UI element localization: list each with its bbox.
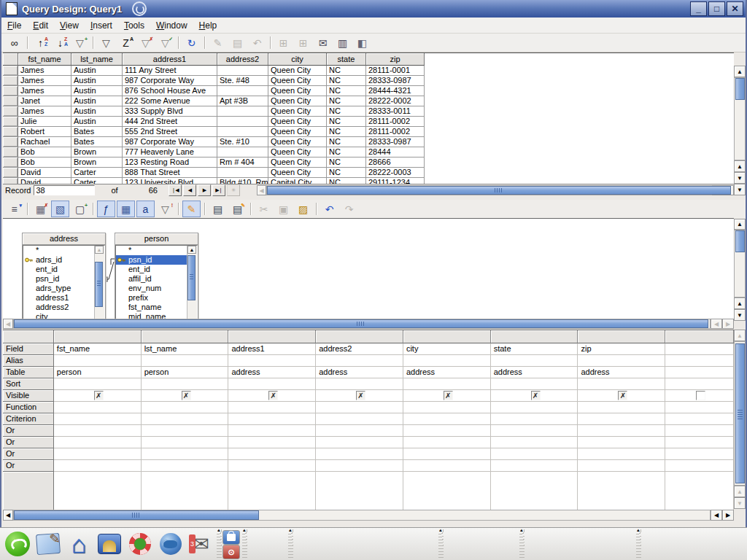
query-cell[interactable] — [403, 437, 491, 448]
query-cell[interactable] — [491, 437, 578, 448]
field-item-ent_id[interactable]: ent_id — [23, 265, 95, 274]
query-cell[interactable] — [54, 425, 142, 437]
standard-filter-button[interactable]: ▽ — [97, 34, 115, 51]
cell-address2[interactable] — [217, 117, 268, 127]
cell-fst_name[interactable]: Rachael — [18, 137, 71, 147]
cell-address1[interactable]: 876 School House Ave — [123, 86, 217, 96]
query-cell[interactable] — [316, 378, 403, 390]
query-cell[interactable] — [578, 437, 665, 448]
visible-checkbox[interactable]: ✗ — [268, 391, 278, 400]
visible-checkbox[interactable]: ✗ — [531, 391, 541, 400]
cell-state[interactable]: NC — [327, 158, 366, 168]
cell-fst_name[interactable]: Bob — [18, 147, 71, 158]
launcher-web-browser-button[interactable] — [157, 530, 185, 558]
query-column-header[interactable] — [54, 330, 142, 343]
cell-address1[interactable]: 987 Corporate Way — [123, 76, 217, 86]
cell-state[interactable]: NC — [327, 76, 366, 86]
cell-city[interactable]: Queen City — [268, 147, 327, 158]
field-item-address2[interactable]: address2 — [23, 303, 95, 312]
query-cell[interactable] — [54, 413, 142, 425]
prev-record-button[interactable]: ◀ — [183, 184, 196, 196]
column-header-city[interactable]: city — [268, 53, 327, 66]
cell-lst_name[interactable]: Brown — [71, 158, 123, 168]
query-column-header[interactable] — [142, 330, 229, 343]
cell-city[interactable]: Queen City — [268, 76, 327, 86]
query-cell[interactable] — [578, 402, 665, 413]
query-cell[interactable] — [665, 367, 734, 378]
query-cell[interactable] — [578, 460, 665, 472]
table-window-scrollbar[interactable]: ▲ — [187, 246, 197, 319]
cell-fst_name[interactable]: Bob — [18, 158, 71, 168]
column-header-zip[interactable]: zip — [366, 53, 425, 66]
scroll-up-button[interactable]: ▲ — [187, 246, 196, 254]
cell-city[interactable]: Queen City — [268, 168, 327, 178]
field-item-fst_name[interactable]: fst_name — [116, 303, 187, 312]
cell-city[interactable]: Queen City — [268, 117, 327, 127]
cell-zip[interactable]: 28222-0003 — [366, 168, 425, 178]
results-grid[interactable]: fst_namelst_nameaddress1address2citystat… — [3, 52, 734, 184]
query-cell[interactable] — [228, 355, 316, 367]
row-selector[interactable] — [3, 66, 18, 76]
cell-address2[interactable]: Ste. #10 — [217, 137, 268, 147]
switch-design-view-button[interactable]: ▧ — [51, 201, 69, 217]
design-hscroll-left2-button[interactable]: ◀ — [711, 319, 722, 329]
cell-lst_name[interactable]: Brown — [71, 147, 123, 158]
cell-zip[interactable]: 28666 — [366, 158, 425, 168]
row-label-or[interactable]: Or — [3, 460, 54, 472]
cell-address1[interactable]: 222 Some Avenue — [123, 96, 217, 106]
cell-lst_name[interactable]: Austin — [71, 66, 123, 76]
cell-fst_name[interactable]: David — [18, 168, 71, 178]
functions-button[interactable]: ƒ — [97, 201, 115, 217]
query-cell[interactable] — [491, 378, 578, 390]
next-record-button[interactable]: ▶ — [198, 184, 211, 196]
cell-address2[interactable] — [217, 147, 268, 158]
cell-fst_name[interactable]: James — [18, 66, 71, 76]
menu-item-view[interactable]: View — [54, 19, 85, 32]
query-cell[interactable]: address1 — [228, 343, 316, 355]
menu-item-insert[interactable]: Insert — [85, 19, 118, 32]
query-cell[interactable]: ✗ — [491, 390, 578, 402]
query-cell[interactable]: ✗ — [142, 390, 229, 402]
row-selector[interactable] — [3, 76, 18, 86]
visible-checkbox[interactable]: ✗ — [618, 391, 627, 400]
query-cell[interactable] — [142, 460, 229, 472]
query-cell[interactable]: ✗ — [578, 390, 665, 402]
query-cell[interactable]: fst_name — [54, 343, 142, 355]
field-item-psn_id[interactable]: psn_id — [23, 274, 95, 284]
query-column-header[interactable] — [228, 330, 316, 343]
cell-address1[interactable]: 123 Resting Road — [123, 158, 217, 168]
launcher-kontact-button[interactable]: ✉ — [187, 530, 215, 558]
row-label-visible[interactable]: Visible — [3, 390, 54, 402]
query-cell[interactable] — [665, 390, 734, 402]
table-name-button[interactable]: ▦ — [117, 201, 135, 217]
row-selector[interactable] — [3, 158, 18, 168]
query-cell[interactable] — [403, 460, 491, 472]
query-cell[interactable]: state — [491, 343, 578, 355]
query-column-header[interactable] — [491, 330, 578, 343]
launcher-help-center-button[interactable] — [126, 530, 154, 558]
query-cell[interactable] — [665, 402, 734, 413]
cell-state[interactable]: NC — [327, 137, 366, 147]
cell-lst_name[interactable]: Austin — [71, 96, 123, 106]
cell-address2[interactable] — [217, 106, 268, 117]
query-cell[interactable] — [578, 448, 665, 460]
query-hscroll-track[interactable] — [13, 510, 711, 521]
query-cell[interactable] — [578, 413, 665, 425]
query-cell[interactable] — [54, 355, 142, 367]
launcher-home-button[interactable]: ⌂ — [65, 530, 93, 558]
add-table-button[interactable]: ▢+ — [71, 201, 89, 217]
results-scroll-down-button[interactable]: ▼ — [734, 172, 746, 184]
cell-lst_name[interactable]: Austin — [71, 76, 123, 86]
cell-fst_name[interactable]: James — [18, 86, 71, 96]
query-cell[interactable] — [403, 413, 491, 425]
query-cell[interactable] — [142, 378, 229, 390]
menu-item-help[interactable]: Help — [193, 19, 223, 32]
logout-button[interactable]: ⊙ — [222, 545, 240, 559]
cell-state[interactable]: NC — [327, 66, 366, 76]
query-cell[interactable]: ✗ — [54, 390, 142, 402]
visible-checkbox[interactable]: ✗ — [356, 391, 365, 400]
query-cell[interactable] — [142, 437, 229, 448]
query-cell[interactable]: city — [403, 343, 491, 355]
query-scroll-up2-button[interactable]: ▲ — [734, 486, 746, 497]
record-number-input[interactable] — [34, 185, 95, 195]
